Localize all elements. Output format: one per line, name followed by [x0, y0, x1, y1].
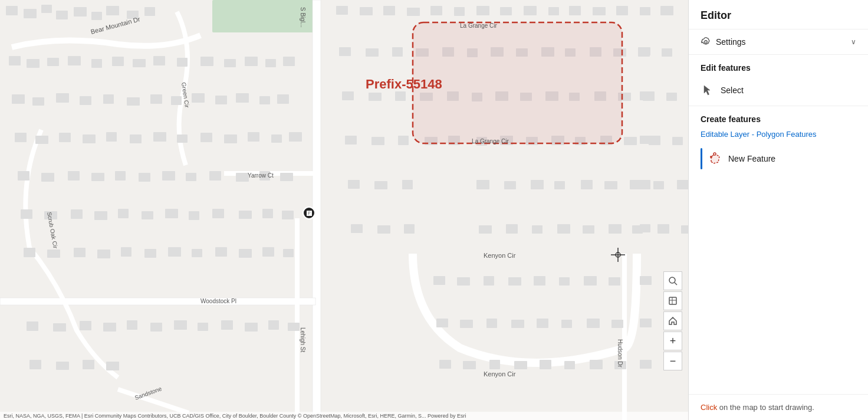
svg-rect-175 — [653, 181, 664, 189]
create-features-section: Create features Editable Layer - Polygon… — [689, 106, 868, 173]
select-tool[interactable]: Select — [689, 78, 868, 106]
svg-rect-84 — [121, 247, 131, 257]
svg-rect-136 — [662, 48, 672, 57]
svg-rect-197 — [436, 319, 448, 327]
search-tool-button[interactable] — [663, 271, 682, 290]
svg-rect-80 — [24, 248, 35, 257]
svg-rect-20 — [91, 59, 102, 68]
svg-rect-19 — [68, 56, 81, 65]
svg-rect-139 — [395, 91, 406, 101]
svg-rect-89 — [239, 249, 252, 258]
svg-rect-114 — [476, 6, 489, 15]
svg-rect-123 — [339, 47, 351, 56]
svg-rect-43 — [15, 133, 27, 142]
svg-rect-83 — [97, 250, 110, 258]
svg-text:La Grange Cir: La Grange Cir — [472, 138, 509, 145]
svg-rect-24 — [177, 58, 188, 67]
svg-rect-79 — [282, 211, 294, 219]
svg-rect-28 — [265, 59, 276, 67]
svg-text:Hudson Dr: Hudson Dr — [617, 339, 623, 368]
svg-rect-60 — [115, 171, 126, 181]
svg-rect-242 — [669, 297, 676, 304]
svg-rect-22 — [133, 59, 146, 67]
svg-rect-37 — [171, 96, 182, 105]
svg-rect-121 — [640, 7, 650, 15]
svg-rect-85 — [144, 249, 156, 258]
svg-rect-41 — [259, 96, 270, 104]
svg-rect-117 — [548, 7, 559, 15]
svg-rect-207 — [489, 360, 500, 369]
map-container[interactable]: Bear Mountain Dr Green Cir Scrub Oak Cir… — [0, 0, 688, 420]
sidebar-footer: Click on the map to start drawing. — [689, 394, 868, 420]
svg-rect-21 — [112, 57, 124, 66]
svg-rect-102 — [268, 320, 279, 330]
svg-rect-188 — [681, 225, 688, 234]
svg-rect-74 — [165, 209, 178, 218]
svg-rect-90 — [262, 247, 274, 257]
svg-rect-77 — [239, 211, 252, 219]
svg-point-245 — [705, 41, 708, 44]
svg-rect-100 — [221, 320, 233, 330]
polygon-draw-icon — [708, 152, 722, 166]
svg-rect-103 — [288, 323, 300, 331]
svg-rect-211 — [590, 360, 603, 369]
zoom-in-button[interactable]: + — [663, 332, 682, 350]
svg-rect-153 — [398, 136, 409, 145]
svg-rect-169 — [504, 181, 516, 189]
svg-rect-210 — [564, 361, 575, 369]
svg-rect-23 — [153, 56, 165, 65]
svg-rect-189 — [433, 276, 445, 285]
svg-rect-17 — [27, 59, 40, 68]
svg-rect-38 — [192, 93, 205, 103]
svg-rect-206 — [463, 361, 476, 369]
layers-tool-button[interactable] — [663, 291, 682, 310]
svg-rect-167 — [402, 180, 413, 189]
zoom-out-button[interactable]: − — [663, 352, 682, 370]
svg-rect-202 — [561, 320, 572, 328]
select-cursor-icon — [701, 83, 715, 97]
svg-rect-63 — [186, 173, 196, 181]
svg-rect-116 — [524, 6, 537, 15]
svg-rect-12 — [91, 12, 102, 20]
svg-rect-106 — [83, 360, 94, 369]
svg-rect-68 — [21, 209, 32, 219]
settings-row[interactable]: Settings ∨ — [689, 29, 868, 55]
svg-rect-150 — [666, 93, 677, 101]
svg-rect-45 — [59, 133, 71, 142]
svg-rect-194 — [559, 277, 570, 286]
svg-rect-170 — [531, 180, 544, 189]
svg-rect-108 — [336, 6, 348, 15]
svg-rect-75 — [189, 211, 199, 220]
svg-text:🅿: 🅿 — [307, 211, 312, 216]
svg-rect-124 — [366, 48, 379, 57]
svg-rect-35 — [127, 97, 140, 106]
svg-rect-97 — [150, 323, 162, 332]
svg-rect-209 — [540, 360, 551, 369]
svg-rect-118 — [569, 6, 581, 15]
svg-rect-31 — [32, 97, 44, 106]
svg-rect-13 — [106, 6, 119, 15]
svg-rect-191 — [484, 276, 494, 286]
svg-rect-55 — [289, 132, 302, 142]
svg-rect-51 — [200, 133, 212, 142]
svg-rect-178 — [377, 225, 390, 234]
svg-rect-15 — [144, 7, 155, 16]
svg-point-247 — [714, 153, 716, 155]
svg-rect-217 — [640, 91, 650, 100]
svg-rect-48 — [130, 134, 142, 143]
svg-rect-16 — [9, 56, 21, 65]
svg-rect-53 — [248, 132, 259, 142]
svg-rect-93 — [53, 323, 66, 332]
home-tool-button[interactable] — [663, 311, 682, 330]
svg-rect-18 — [47, 58, 59, 66]
svg-rect-213 — [640, 276, 652, 285]
new-feature-row[interactable]: New Feature — [689, 145, 868, 173]
svg-rect-71 — [94, 211, 107, 220]
settings-label: Settings — [716, 37, 746, 47]
editor-title: Editor — [701, 9, 731, 21]
svg-rect-98 — [174, 320, 187, 330]
svg-rect-5 — [295, 218, 300, 420]
svg-rect-94 — [80, 321, 91, 330]
svg-rect-99 — [198, 323, 208, 331]
svg-rect-95 — [103, 323, 116, 332]
